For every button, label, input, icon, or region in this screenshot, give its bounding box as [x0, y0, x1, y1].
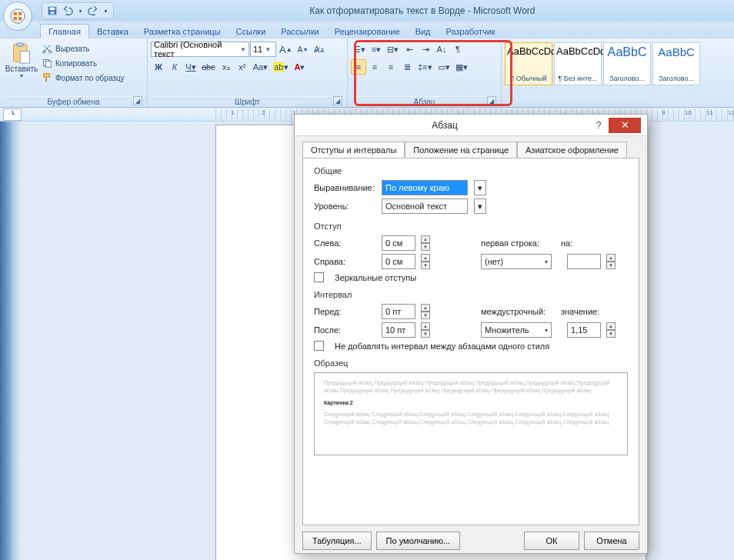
firstline-select[interactable]: (нет)▾ — [481, 254, 552, 269]
group-styles: AaBbCcDd ¶ Обычный AaBbCcDd ¶ Без инте..… — [502, 38, 734, 107]
subscript-button[interactable]: x₂ — [219, 59, 234, 75]
style-normal[interactable]: AaBbCcDd ¶ Обычный — [505, 42, 552, 85]
style-heading2[interactable]: АаBbC Заголово... — [652, 42, 700, 85]
close-button[interactable]: ✕ — [609, 118, 641, 133]
linespacing-at-spin[interactable]: ▲▼ — [606, 322, 616, 338]
decrease-indent-button[interactable]: ⇤ — [402, 42, 417, 57]
dtab-asian[interactable]: Азиатское оформление — [517, 142, 627, 158]
quick-access-toolbar: ▼ ▼ — [42, 2, 114, 19]
tab-insert[interactable]: Вставка — [89, 25, 136, 38]
mirror-checkbox[interactable] — [314, 272, 324, 282]
sort-button[interactable]: A↓ — [434, 42, 449, 57]
svg-rect-2 — [50, 8, 55, 11]
font-size-select[interactable]: 11▼ — [250, 42, 276, 57]
font-launcher[interactable]: ◢ — [333, 96, 342, 105]
indent-left-input[interactable]: 0 см — [382, 235, 415, 251]
line-spacing-button[interactable]: ‡≡▾ — [415, 59, 435, 75]
numbering-button[interactable]: ≡▾ — [369, 42, 384, 57]
paragraph-launcher[interactable]: ◢ — [487, 96, 496, 105]
linespacing-select[interactable]: Множитель▾ — [481, 322, 552, 338]
default-button[interactable]: По умолчанию... — [376, 532, 461, 550]
level-select[interactable]: Основной текст — [382, 198, 468, 214]
change-case-button[interactable]: Aa▾ — [251, 59, 270, 75]
tabs-button[interactable]: Табуляция... — [302, 532, 372, 550]
bullets-button[interactable]: ☰▾ — [351, 42, 368, 57]
undo-icon[interactable] — [62, 5, 73, 16]
level-dd[interactable]: ▾ — [474, 198, 486, 214]
space-before-spin[interactable]: ▲▼ — [421, 304, 430, 319]
cut-button[interactable]: Вырезать — [42, 42, 125, 55]
tab-refs[interactable]: Ссылки — [229, 25, 274, 38]
ok-button[interactable]: ОК — [524, 532, 579, 550]
save-icon[interactable] — [47, 5, 58, 16]
space-after-spin[interactable]: ▲▼ — [421, 322, 430, 338]
grow-font-button[interactable]: A▲ — [277, 42, 295, 57]
align-label: Выравнивание: — [314, 183, 375, 192]
paste-button[interactable]: Вставить ▼ — [3, 40, 40, 80]
office-button[interactable] — [3, 2, 32, 31]
space-before-input[interactable]: 0 пт — [382, 304, 415, 319]
paste-label: Вставить — [5, 65, 38, 73]
paste-dd-icon[interactable]: ▼ — [19, 73, 25, 78]
firstline-by-spin[interactable]: ▲▼ — [606, 254, 616, 269]
bold-button[interactable]: Ж — [151, 59, 166, 75]
qat-dd-icon[interactable]: ▼ — [103, 8, 108, 14]
align-justify-button[interactable]: ≣ — [399, 59, 415, 75]
indent-right-input[interactable]: 0 см — [382, 254, 415, 269]
redo-icon[interactable] — [88, 5, 98, 16]
align-right-button[interactable]: ≡ — [383, 59, 399, 75]
underline-button[interactable]: Ч▾ — [183, 59, 199, 75]
svg-point-0 — [11, 9, 25, 23]
dialog-title: Абзац — [301, 120, 589, 131]
group-paragraph-label: Абзац◢ — [351, 96, 498, 107]
superscript-button[interactable]: x² — [235, 59, 250, 75]
group-font: Calibri (Основной текст▼ 11▼ A▲ A▼ A̷a Ж… — [148, 38, 348, 107]
multilevel-button[interactable]: ⊟▾ — [385, 42, 401, 57]
nospace-checkbox[interactable] — [314, 341, 324, 351]
dtab-position[interactable]: Положение на странице — [405, 142, 517, 158]
firstline-by-input[interactable] — [567, 254, 601, 269]
align-left-button[interactable]: ≡ — [351, 59, 366, 75]
group-clipboard-label: Буфер обмена◢ — [3, 96, 144, 107]
style-nospacing[interactable]: AaBbCcDd ¶ Без инте... — [554, 42, 602, 85]
clipboard-launcher[interactable]: ◢ — [133, 96, 142, 105]
linespacing-at-input[interactable]: 1,15 — [567, 322, 601, 338]
dialog-titlebar[interactable]: Абзац ? ✕ — [295, 115, 647, 136]
group-paragraph: ☰▾ ≡▾ ⊟▾ ⇤ ⇥ A↓ ¶ ≡ ≡ ≡ ≣ ‡≡▾ ▭▾ ▦▾ Абза… — [348, 38, 502, 107]
shrink-font-button[interactable]: A▼ — [295, 42, 311, 57]
highlight-button[interactable]: ab▾ — [271, 59, 291, 75]
cancel-button[interactable]: Отмена — [584, 532, 639, 550]
tab-review[interactable]: Рецензирование — [327, 25, 408, 38]
dialog-tabs: Отступы и интервалы Положение на страниц… — [295, 136, 647, 158]
shading-button[interactable]: ▭▾ — [435, 59, 452, 75]
tab-mail[interactable]: Рассылки — [273, 25, 326, 38]
dtab-indents[interactable]: Отступы и интервалы — [302, 142, 405, 158]
ribbon: Вставить ▼ Вырезать Копировать Формат по… — [0, 38, 734, 108]
align-select[interactable]: По левому краю — [382, 180, 468, 195]
tab-view[interactable]: Вид — [408, 25, 439, 38]
indent-right-spin[interactable]: ▲▼ — [421, 254, 430, 269]
strike-button[interactable]: abc — [199, 59, 218, 75]
tab-selector[interactable]: ┗ — [3, 108, 22, 121]
tab-home[interactable]: Главная — [40, 24, 89, 38]
increase-indent-button[interactable]: ⇥ — [418, 42, 433, 57]
tab-dev[interactable]: Разработчик — [439, 25, 503, 38]
font-family-select[interactable]: Calibri (Основной текст▼ — [151, 42, 249, 57]
space-after-input[interactable]: 10 пт — [382, 322, 415, 338]
font-color-button[interactable]: A▾ — [292, 59, 307, 75]
svg-rect-11 — [44, 74, 50, 77]
undo-dd-icon[interactable]: ▼ — [78, 8, 83, 14]
format-painter-button[interactable]: Формат по образцу — [42, 71, 125, 85]
copy-button[interactable]: Копировать — [42, 56, 125, 70]
align-center-button[interactable]: ≡ — [367, 59, 382, 75]
help-button[interactable]: ? — [589, 118, 609, 133]
italic-button[interactable]: К — [167, 59, 182, 75]
svg-rect-6 — [20, 51, 29, 63]
borders-button[interactable]: ▦▾ — [453, 59, 470, 75]
show-marks-button[interactable]: ¶ — [450, 42, 465, 57]
indent-left-spin[interactable]: ▲▼ — [421, 235, 430, 251]
tab-layout[interactable]: Разметка страницы — [136, 25, 229, 38]
clear-format-button[interactable]: A̷a — [312, 42, 327, 57]
style-heading1[interactable]: АаBbC Заголово... — [603, 42, 651, 85]
align-dd[interactable]: ▾ — [474, 180, 486, 195]
